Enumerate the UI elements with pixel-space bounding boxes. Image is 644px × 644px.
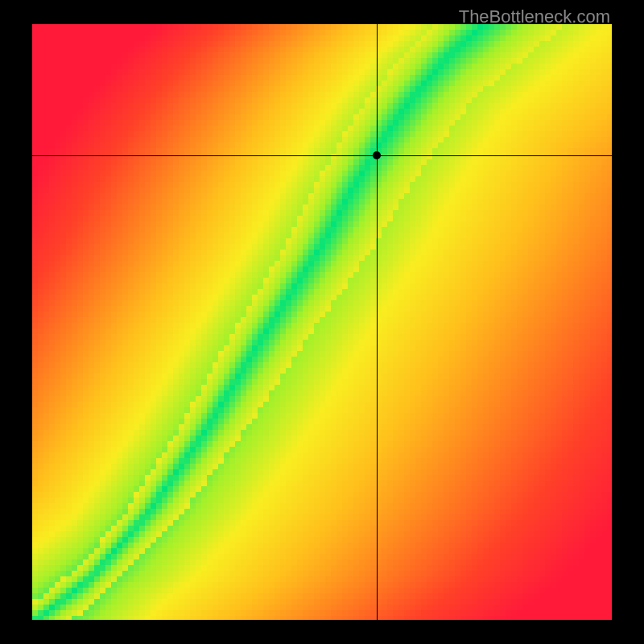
marker-point	[373, 151, 381, 159]
watermark-text: TheBottleneck.com	[459, 6, 610, 27]
crosshair-horizontal	[32, 155, 612, 156]
heatmap-chart	[32, 24, 612, 620]
heatmap-canvas	[32, 24, 612, 620]
crosshair-vertical	[377, 24, 378, 620]
